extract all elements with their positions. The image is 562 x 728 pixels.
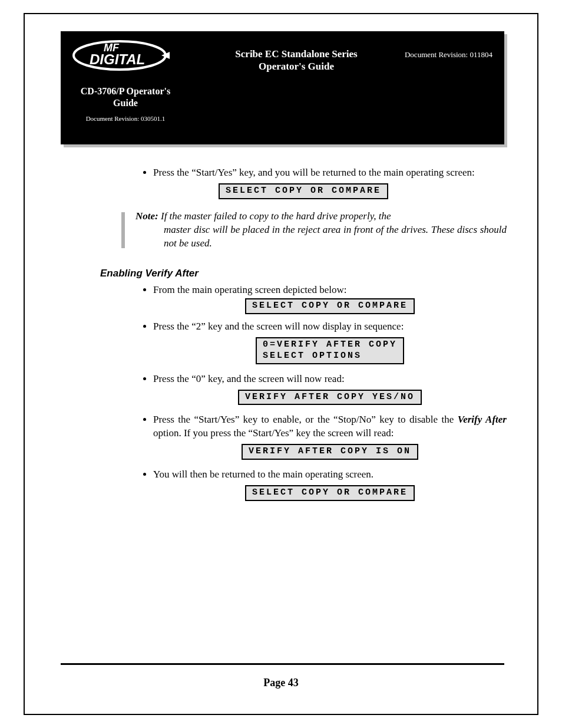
header-sub-block: CD-3706/P Operator's Guide Document Revi…: [67, 85, 184, 122]
lcd-display: 0=VERIFY AFTER COPY SELECT OPTIONS: [256, 337, 404, 364]
lcd-display: SELECT COPY OR COMPARE: [245, 298, 415, 314]
header-sub-revision: Document Revision: 030501.1: [67, 115, 184, 122]
bullet-text: You will then be returned to the main op…: [153, 469, 373, 480]
header-title-line2: Operator's Guide: [259, 61, 334, 72]
note-label: Note:: [135, 210, 158, 222]
page-number: Page 43: [0, 677, 562, 689]
header-revision-right: Document Revision: 011804: [405, 50, 492, 60]
bullet-item: From the main operating screen depicted …: [153, 284, 507, 314]
logo-icon: MF DIGITAL: [70, 37, 170, 74]
header-sub-title: CD-3706/P Operator's Guide: [67, 85, 184, 109]
logo-text-bottom: DIGITAL: [90, 51, 145, 67]
lcd-display: SELECT COPY OR COMPARE: [219, 183, 388, 199]
note-block: Note: If the master failed to copy to th…: [121, 210, 507, 251]
content-area: Press the “Start/Yes” key, and you will …: [100, 166, 507, 509]
bullet-item: Press the “Start/Yes” key, and you will …: [153, 166, 507, 180]
lcd-display: VERIFY AFTER COPY YES/NO: [238, 390, 422, 406]
section-heading: Enabling Verify After: [100, 267, 507, 281]
bullet-item: Press the “2” key and the screen will no…: [153, 320, 507, 364]
bullet-text: Press the “Start/Yes” key, and you will …: [153, 167, 475, 178]
bullet-text: From the main operating screen depicted …: [153, 284, 347, 295]
bullet-item: Press the “Start/Yes” key to enable, or …: [153, 413, 507, 460]
bullet-text: Press the “2” key and the screen will no…: [153, 321, 404, 332]
footer-rule: [61, 663, 504, 665]
bullet-item: Press the “0” key, and the screen will n…: [153, 373, 507, 406]
header-title: Scribe EC Standalone Series Operator's G…: [202, 48, 391, 73]
verify-after-emphasis: Verify After: [458, 414, 507, 425]
header-title-line1: Scribe EC Standalone Series: [235, 48, 357, 60]
bullet-item: You will then be returned to the main op…: [153, 468, 507, 501]
bullet-text: Press the “Start/Yes” key to enable, or …: [153, 414, 458, 425]
header-bar: MF DIGITAL Scribe EC Standalone Series O…: [61, 31, 504, 144]
note-bar-icon: [121, 212, 125, 248]
bullet-text: Press the “0” key, and the screen will n…: [153, 373, 345, 384]
note-text: Note: If the master failed to copy to th…: [135, 210, 507, 251]
lcd-display: SELECT COPY OR COMPARE: [245, 485, 415, 501]
lcd-display: VERIFY AFTER COPY IS ON: [242, 444, 418, 460]
mf-digital-logo: MF DIGITAL: [67, 35, 173, 76]
